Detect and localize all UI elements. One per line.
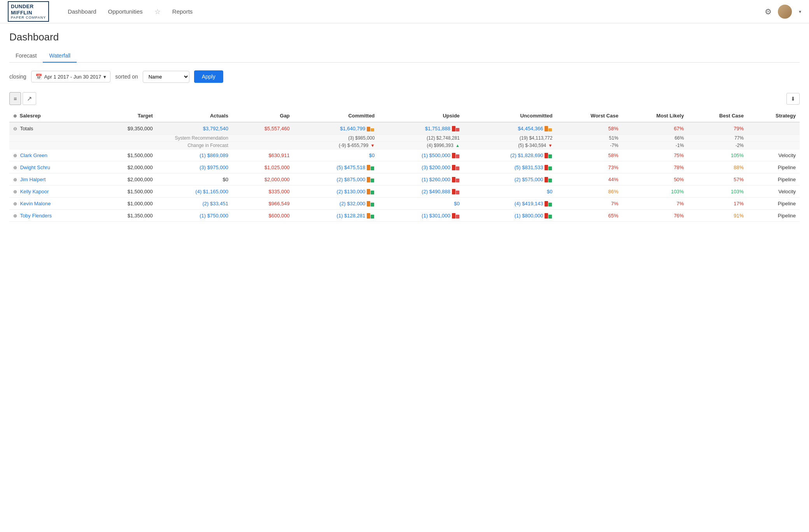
row-gap: $600,000: [232, 210, 294, 222]
row-uncommitted-value: (4) $419,143: [515, 201, 543, 206]
table-row: ⊕ Toby Flenders $1,350,000 (1) $750,000 …: [9, 210, 800, 222]
chg-label: Change in Forecast: [9, 142, 232, 149]
row-strategy: Velocity: [748, 186, 800, 198]
row-upside: (1) $260,000: [378, 173, 464, 186]
totals-upside-value: $1,751,888: [425, 126, 450, 131]
row-expand-icon[interactable]: ⊕: [13, 213, 17, 219]
col-actuals: Actuals: [157, 110, 232, 122]
row-strategy: Pipeline: [748, 210, 800, 222]
filter-bar: closing 📅 Apr 1 2017 - Jun 30 2017 ▾ sor…: [9, 70, 800, 83]
chart-view-button[interactable]: ↗: [23, 92, 36, 105]
apply-button[interactable]: Apply: [194, 70, 223, 83]
row-most-likely: 103%: [622, 186, 688, 198]
row-strategy: Pipeline: [748, 161, 800, 173]
expand-all-icon[interactable]: ⊕: [13, 114, 17, 118]
salesrep-link[interactable]: Clark Green: [20, 152, 47, 158]
user-caret[interactable]: ▾: [799, 9, 801, 14]
row-upside: (3) $200,000: [378, 161, 464, 173]
row-committed-value: (2) $32,000: [340, 201, 366, 206]
tab-waterfall[interactable]: Waterfall: [43, 49, 77, 63]
row-expand-icon[interactable]: ⊕: [13, 189, 17, 194]
row-most-likely: 76%: [622, 210, 688, 222]
salesrep-link[interactable]: Kevin Malone: [20, 201, 51, 206]
row-uncommitted: (2) $1,828,690: [464, 149, 557, 161]
nav-opportunities[interactable]: Opportunities: [108, 8, 143, 15]
row-strategy: Velocity: [748, 149, 800, 161]
star-icon[interactable]: ☆: [154, 7, 161, 16]
date-caret-icon: ▾: [103, 74, 106, 80]
view-buttons: ≡ ↗: [9, 92, 36, 105]
row-best-case: 103%: [688, 186, 748, 198]
cell-bar: [452, 212, 460, 219]
row-target: $1,500,000: [95, 186, 157, 198]
cell-bar: [367, 176, 375, 182]
row-best-case: 105%: [688, 149, 748, 161]
row-uncommitted: (2) $575,000: [464, 173, 557, 186]
row-committed: (2) $875,000: [294, 173, 379, 186]
cell-bar: [452, 152, 460, 158]
row-worst-case: 73%: [556, 161, 622, 173]
chg-most: -1%: [622, 142, 688, 149]
uncommitted-down-arrow: ▼: [548, 143, 553, 148]
row-salesrep: ⊕ Dwight Schru: [9, 161, 95, 173]
row-uncommitted: (1) $800,000: [464, 210, 557, 222]
cell-bar: [367, 200, 375, 206]
col-gap: Gap: [232, 110, 294, 122]
sys-rec-gap: [232, 135, 294, 142]
totals-most-likely: 67%: [622, 122, 688, 135]
list-view-button[interactable]: ≡: [9, 92, 21, 105]
col-target: Target: [95, 110, 157, 122]
table-row: ⊕ Jim Halpert $2,000,000 $0 $2,000,000 (…: [9, 173, 800, 186]
row-target: $2,000,000: [95, 173, 157, 186]
navbar: DUNDER MIFFLIN PAPER COMPANY Dashboard O…: [0, 0, 809, 23]
row-uncommitted: $0: [464, 186, 557, 198]
row-expand-icon[interactable]: ⊕: [13, 177, 17, 182]
chg-strategy: [748, 142, 800, 149]
totals-strategy: [748, 122, 800, 135]
cell-bar: [452, 188, 460, 194]
row-committed: (2) $32,000: [294, 198, 379, 210]
download-button[interactable]: ⬇: [786, 93, 800, 105]
avatar-image: [778, 5, 792, 19]
salesrep-link[interactable]: Dwight Schru: [20, 164, 50, 170]
salesrep-link[interactable]: Kelly Kapoor: [20, 189, 49, 194]
row-expand-icon[interactable]: ⊕: [13, 165, 17, 170]
closing-label: closing: [9, 74, 26, 80]
totals-committed: $1,640,799: [294, 122, 379, 135]
row-upside-value: (1) $301,000: [422, 213, 450, 219]
row-actuals: (2) $33,451: [157, 198, 232, 210]
date-range-picker[interactable]: 📅 Apr 1 2017 - Jun 30 2017 ▾: [31, 71, 111, 82]
row-expand-icon[interactable]: ⊕: [13, 153, 17, 158]
row-best-case: 88%: [688, 161, 748, 173]
nav-dashboard[interactable]: Dashboard: [68, 8, 96, 15]
salesrep-link[interactable]: Jim Halpert: [20, 177, 46, 182]
row-uncommitted-value: (2) $1,828,690: [510, 152, 543, 158]
totals-expand-icon[interactable]: ⊖: [13, 126, 17, 131]
salesrep-link[interactable]: Toby Flenders: [20, 213, 52, 219]
nav-reports[interactable]: Reports: [172, 8, 193, 15]
avatar[interactable]: [778, 5, 792, 19]
sort-select[interactable]: Name Target Actuals: [143, 71, 189, 83]
row-committed: $0: [294, 149, 379, 161]
row-committed-value: (2) $875,000: [337, 177, 366, 182]
totals-target: $9,350,000: [95, 122, 157, 135]
row-target: $2,000,000: [95, 161, 157, 173]
cell-bar: [367, 188, 375, 194]
sys-rec-label: System Recommendation: [9, 135, 232, 142]
col-upside: Upside: [378, 110, 464, 122]
nav-links: Dashboard Opportunities ☆ Reports: [68, 7, 765, 16]
sys-rec-worst: 51%: [556, 135, 622, 142]
row-committed-value: (5) $475,518: [337, 164, 366, 170]
row-uncommitted-value: $0: [547, 189, 552, 194]
table-row: ⊕ Clark Green $1,500,000 (1) $869,089 $6…: [9, 149, 800, 161]
table-row: ⊕ Dwight Schru $2,000,000 (3) $975,000 $…: [9, 161, 800, 173]
tab-forecast[interactable]: Forecast: [9, 49, 43, 63]
cell-bar: [452, 164, 460, 170]
row-target: $1,500,000: [95, 149, 157, 161]
row-upside-value: (3) $200,000: [422, 164, 450, 170]
row-worst-case: 86%: [556, 186, 622, 198]
change-in-forecast-row: Change in Forecast (-9) $-655,799 ▼ (4) …: [9, 142, 800, 149]
row-salesrep: ⊕ Toby Flenders: [9, 210, 95, 222]
gear-icon[interactable]: ⚙: [765, 7, 772, 16]
row-expand-icon[interactable]: ⊕: [13, 201, 17, 206]
